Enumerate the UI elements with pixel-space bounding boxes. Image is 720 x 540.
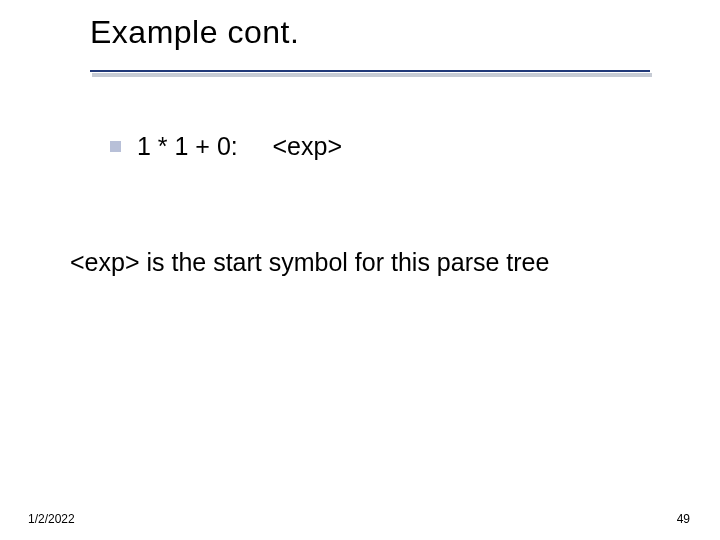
- footer-date: 1/2/2022: [28, 512, 75, 526]
- title-underline-shadow: [92, 73, 652, 77]
- bullet-item: 1 * 1 + 0: <exp>: [110, 132, 342, 161]
- body-text: <exp> is the start symbol for this parse…: [70, 248, 549, 277]
- exp-symbol: <exp>: [273, 132, 343, 160]
- slide: Example cont. 1 * 1 + 0: <exp> <exp> is …: [0, 0, 720, 540]
- footer-page-number: 49: [677, 512, 690, 526]
- bullet-text: 1 * 1 + 0: <exp>: [137, 132, 342, 161]
- square-bullet-icon: [110, 141, 121, 152]
- slide-title: Example cont.: [90, 14, 299, 51]
- expression-text: 1 * 1 + 0:: [137, 132, 238, 160]
- title-block: Example cont.: [90, 14, 299, 51]
- title-underline: [90, 70, 650, 72]
